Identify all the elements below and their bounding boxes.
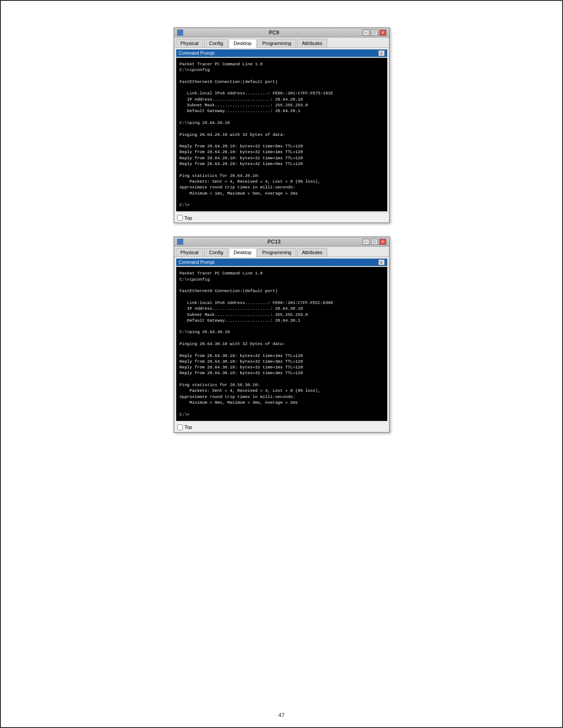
pc13-maximize-button[interactable]: □	[371, 239, 378, 245]
pc9-tab-programming[interactable]: Programming	[257, 39, 296, 47]
pc9-tab-config[interactable]: Config	[204, 39, 228, 47]
page-container: PC9 − □ ✕ Physical Config Desktop Progra…	[1, 1, 562, 727]
pc13-cmd-titlebar: Command Prompt X	[176, 259, 387, 266]
pc9-cmd-body[interactable]: Packet Tracer PC Command Line 1.0 C:\>ip…	[176, 58, 387, 211]
pc13-minimize-button[interactable]: −	[363, 239, 370, 245]
pc9-window: PC9 − □ ✕ Physical Config Desktop Progra…	[174, 27, 390, 223]
pc9-close-button[interactable]: ✕	[379, 30, 386, 36]
pc13-window-controls: − □ ✕	[363, 239, 386, 245]
pc13-top-label: Top	[185, 424, 193, 430]
pc9-cmd-titlebar: Command Prompt X	[176, 49, 387, 57]
pc13-window: PC13 − □ ✕ Physical Config Desktop Progr…	[174, 236, 390, 432]
pc13-cmd-close[interactable]: X	[378, 259, 385, 265]
pc13-window-icon	[177, 239, 183, 245]
pc9-titlebar: PC9 − □ ✕	[174, 28, 389, 38]
pc13-tabs-bar: Physical Config Desktop Programming Attr…	[174, 247, 389, 257]
pc13-close-button[interactable]: ✕	[379, 239, 386, 245]
pc9-window-title: PC9	[186, 30, 363, 36]
pc13-cmd-title-label: Command Prompt	[179, 260, 215, 265]
pc9-minimize-button[interactable]: −	[363, 30, 370, 36]
pc9-tab-desktop[interactable]: Desktop	[229, 39, 256, 48]
pc9-checkbox-row: Top	[174, 213, 389, 222]
pc13-tab-config[interactable]: Config	[204, 248, 228, 256]
pc13-tab-attributes[interactable]: Attributes	[297, 248, 327, 256]
pc9-maximize-button[interactable]: □	[371, 30, 378, 36]
pc9-tab-physical[interactable]: Physical	[176, 39, 204, 47]
pc9-window-icon	[177, 30, 183, 36]
pc9-window-controls: − □ ✕	[363, 30, 386, 36]
pc9-tab-attributes[interactable]: Attributes	[297, 39, 327, 47]
pc9-cmd-outer: Command Prompt X Packet Tracer PC Comman…	[174, 48, 389, 213]
pc9-top-label: Top	[185, 215, 193, 221]
pc9-cmd-title-label: Command Prompt	[179, 51, 215, 56]
pc13-cmd-body[interactable]: Packet Tracer PC Command Line 1.0 C:\>ip…	[176, 267, 387, 420]
page-number: 47	[278, 712, 284, 718]
pc9-cmd-close[interactable]: X	[378, 50, 385, 56]
pc13-titlebar: PC13 − □ ✕	[174, 237, 389, 247]
pc9-tabs-bar: Physical Config Desktop Programming Attr…	[174, 38, 389, 48]
pc13-checkbox-row: Top	[174, 423, 389, 432]
pc13-top-checkbox[interactable]	[177, 424, 183, 430]
pc13-window-title: PC13	[186, 239, 363, 245]
pc13-tab-physical[interactable]: Physical	[176, 248, 204, 256]
pc13-tab-programming[interactable]: Programming	[257, 248, 296, 256]
pc9-top-checkbox[interactable]	[177, 215, 183, 221]
pc13-cmd-outer: Command Prompt X Packet Tracer PC Comman…	[174, 257, 389, 422]
pc13-tab-desktop[interactable]: Desktop	[229, 248, 256, 257]
